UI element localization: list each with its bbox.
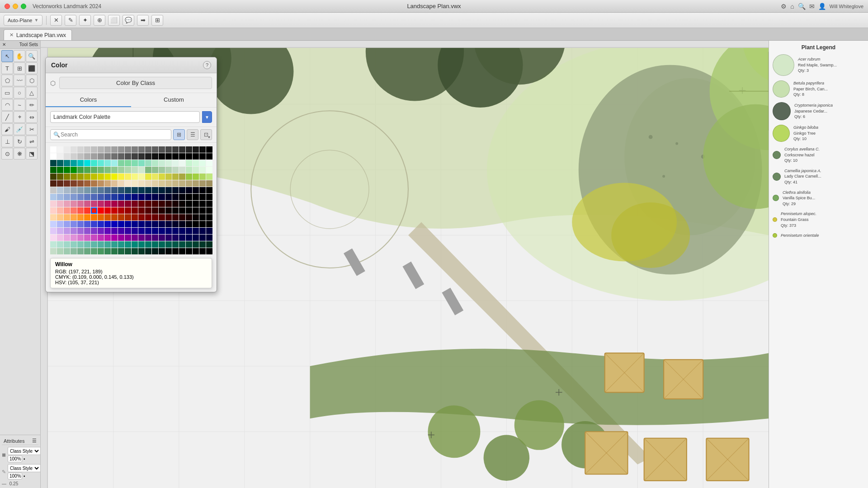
minimize-button[interactable]: [13, 4, 18, 9]
color-cell[interactable]: [91, 214, 97, 221]
color-cell[interactable]: [145, 174, 151, 180]
color-cell[interactable]: [206, 146, 212, 153]
color-cell[interactable]: [179, 228, 185, 234]
color-cell[interactable]: [138, 214, 145, 221]
color-cell[interactable]: [199, 160, 206, 166]
color-cell[interactable]: [118, 146, 124, 153]
color-cell[interactable]: [138, 174, 145, 180]
color-cell[interactable]: [132, 174, 138, 180]
attributes-menu-icon[interactable]: ☰: [32, 438, 37, 444]
color-cell[interactable]: [125, 174, 131, 180]
color-cell[interactable]: [159, 180, 165, 187]
color-cell[interactable]: [132, 187, 138, 193]
color-cell[interactable]: [84, 235, 90, 241]
color-cell[interactable]: [159, 187, 165, 193]
color-cell[interactable]: [152, 187, 158, 193]
color-cell[interactable]: [172, 153, 179, 160]
color-cell[interactable]: [91, 160, 97, 166]
color-cell[interactable]: [132, 214, 138, 221]
color-cell[interactable]: [159, 174, 165, 180]
color-cell[interactable]: [118, 180, 124, 187]
color-cell[interactable]: [172, 146, 179, 153]
color-cell[interactable]: [145, 160, 151, 166]
grid-tool-button[interactable]: ⊞: [151, 15, 163, 26]
color-cell[interactable]: [179, 207, 185, 214]
color-cell[interactable]: [77, 194, 84, 200]
color-cell[interactable]: [91, 207, 97, 214]
options-view-button[interactable]: ⊡▼: [200, 129, 212, 140]
color-cell[interactable]: [172, 187, 179, 193]
color-cell[interactable]: [71, 228, 77, 234]
color-cell[interactable]: [118, 214, 124, 221]
color-cell[interactable]: [132, 241, 138, 248]
pen-style-select[interactable]: Class Style: [8, 464, 41, 472]
color-cell[interactable]: [172, 248, 179, 254]
color-by-class-label[interactable]: Color By Class: [59, 77, 212, 89]
color-cell[interactable]: [152, 174, 158, 180]
color-cell[interactable]: [159, 194, 165, 200]
color-cell[interactable]: [104, 228, 111, 234]
color-cell[interactable]: [193, 187, 199, 193]
rotate-tool[interactable]: ↻: [14, 136, 25, 147]
color-cell[interactable]: [57, 180, 63, 187]
color-cell[interactable]: [84, 146, 90, 153]
paint-tool[interactable]: 🖌: [1, 123, 13, 135]
color-cell[interactable]: [84, 194, 90, 200]
color-cell[interactable]: [193, 214, 199, 221]
color-cell[interactable]: [179, 221, 185, 227]
color-cell[interactable]: [50, 228, 57, 234]
canvas-content[interactable]: Color ? ⬡ Color By Class Colors Custom L…: [41, 48, 769, 488]
annotation-tool-button[interactable]: 💬: [123, 15, 134, 26]
color-cell[interactable]: [104, 248, 111, 254]
color-cell[interactable]: [193, 228, 199, 234]
color-cell[interactable]: [118, 248, 124, 254]
zoom-tool[interactable]: 🔍: [26, 50, 38, 62]
color-cell[interactable]: [199, 194, 206, 200]
color-cell[interactable]: [165, 248, 172, 254]
color-cell[interactable]: [193, 153, 199, 160]
color-cell[interactable]: [125, 160, 131, 166]
color-cell[interactable]: [84, 153, 90, 160]
color-cell[interactable]: [71, 248, 77, 254]
color-cell[interactable]: [64, 174, 70, 180]
measure-tool[interactable]: ⌖: [14, 111, 25, 123]
color-cell[interactable]: [145, 153, 151, 160]
color-cell[interactable]: [193, 146, 199, 153]
color-cell[interactable]: [186, 228, 192, 234]
color-cell[interactable]: [206, 235, 212, 241]
color-cell[interactable]: [111, 160, 118, 166]
color-cell[interactable]: [125, 194, 131, 200]
tab-colors[interactable]: Colors: [46, 93, 131, 107]
color-cell[interactable]: [193, 194, 199, 200]
color-cell[interactable]: [152, 235, 158, 241]
color-cell[interactable]: [125, 214, 131, 221]
color-cell[interactable]: [118, 235, 124, 241]
color-cell[interactable]: [165, 221, 172, 227]
color-cell[interactable]: [57, 194, 63, 200]
color-cell[interactable]: [186, 207, 192, 214]
color-cell[interactable]: [125, 248, 131, 254]
color-cell[interactable]: [71, 180, 77, 187]
color-cell[interactable]: [165, 160, 172, 166]
color-cell[interactable]: [145, 187, 151, 193]
color-cell[interactable]: [179, 235, 185, 241]
color-cell[interactable]: [193, 221, 199, 227]
rectangle-draw-tool[interactable]: ▭: [1, 87, 13, 99]
color-cell[interactable]: [145, 221, 151, 227]
color-cell[interactable]: [77, 214, 84, 221]
color-cell[interactable]: [98, 180, 104, 187]
color-cell[interactable]: [206, 221, 212, 227]
color-cell[interactable]: [104, 153, 111, 160]
color-cell[interactable]: [50, 241, 57, 248]
color-cell[interactable]: [172, 201, 179, 207]
color-cell[interactable]: [186, 187, 192, 193]
color-cell[interactable]: [145, 180, 151, 187]
color-cell[interactable]: [50, 146, 57, 153]
search-input[interactable]: [50, 129, 171, 140]
color-cell[interactable]: [193, 160, 199, 166]
color-cell[interactable]: [77, 153, 84, 160]
color-cell[interactable]: [57, 174, 63, 180]
color-cell[interactable]: [172, 207, 179, 214]
color-cell[interactable]: [98, 194, 104, 200]
color-cell[interactable]: [84, 241, 90, 248]
